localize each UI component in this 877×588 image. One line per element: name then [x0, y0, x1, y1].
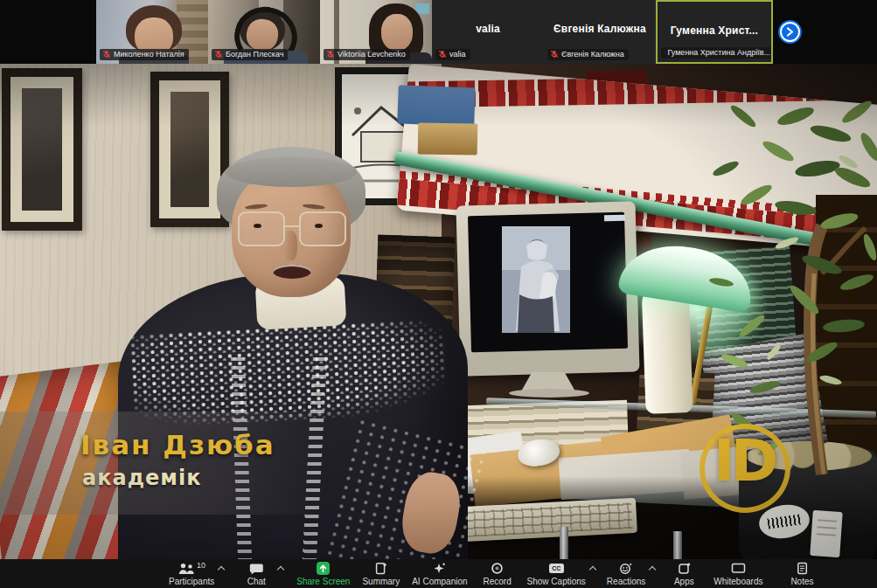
participant-name-chip: Миколенко Наталія	[100, 49, 189, 60]
ai-companion-button[interactable]: AI Companion	[412, 562, 467, 586]
reactions-menu-chevron[interactable]	[650, 565, 656, 571]
participant-name: Євгенія Калюжна	[561, 50, 624, 59]
toolbar-label: Summary	[362, 577, 400, 586]
hair-fringe	[226, 157, 357, 187]
toolbar-label: Show Captions	[527, 577, 586, 586]
show-captions-button[interactable]: CC Show Captions	[527, 562, 586, 586]
notes-button[interactable]: Notes	[784, 562, 819, 586]
participant-name: Viktoriia Levchenko	[338, 50, 406, 59]
muted-mic-icon	[102, 50, 111, 59]
participant-name-chip: Богдан Плескач	[212, 49, 288, 60]
glasses-left-lens	[238, 211, 285, 246]
participant-display-name: Євгенія Калюжна	[544, 23, 656, 35]
participant-name-chip: Viktoriia Levchenko	[324, 49, 410, 60]
summary-button[interactable]: Summary	[362, 562, 400, 586]
toolbar-label: Chat	[247, 577, 266, 586]
main-speaker-video[interactable]: Іван Дзюба академік ID	[0, 64, 877, 588]
speaker-head	[217, 147, 365, 302]
toolbar-label: Whiteboards	[713, 577, 762, 586]
participant-thumbnail-4[interactable]: valia valia	[432, 0, 544, 64]
share-screen-button[interactable]: Share Screen	[296, 562, 350, 586]
channel-watermark: ID	[700, 422, 797, 509]
reactions-button[interactable]: Reactions	[607, 562, 645, 586]
framed-picture-left	[2, 68, 82, 231]
nose-shadow	[283, 231, 297, 260]
screen-toolbar-strip	[604, 215, 625, 222]
muted-mic-icon	[550, 50, 559, 59]
closed-captions-icon: CC	[549, 564, 564, 573]
participants-button[interactable]: 10 Participants	[169, 562, 214, 586]
zoom-meeting-window: Іван Дзюба академік ID Миколенко Наталія	[0, 0, 877, 588]
speaker-name-caption: Іван Дзюба	[80, 429, 275, 460]
participant-name-chip: Гуменна Христина Андріїв...	[661, 47, 773, 59]
watermark-letters: ID	[713, 427, 774, 495]
apps-button[interactable]: Apps	[666, 562, 701, 586]
participant-thumbnail-5[interactable]: Євгенія Калюжна Євгенія Калюжна	[544, 0, 656, 64]
speaker-title-caption: академік	[82, 466, 201, 490]
participant-name-chip: valia	[435, 49, 470, 60]
chat-menu-chevron[interactable]	[278, 565, 284, 571]
button-ring	[780, 22, 800, 42]
record-icon	[491, 562, 504, 575]
participant-thumbnail-1[interactable]: Миколенко Наталія	[96, 0, 208, 64]
next-participants-page-button[interactable]	[778, 20, 802, 44]
toolbar-label: Reactions	[607, 577, 645, 586]
participant-thumbnail-2[interactable]: Богдан Плескач	[208, 0, 320, 64]
wooden-box-on-shelf	[418, 122, 478, 155]
participant-name: Гуменна Христина Андріїв...	[668, 48, 770, 57]
participant-count-badge: 10	[197, 561, 205, 570]
muted-mic-icon	[326, 50, 335, 59]
eye	[254, 224, 261, 228]
notes-icon	[797, 562, 808, 575]
muted-mic-icon	[664, 48, 665, 57]
glasses-bridge	[283, 225, 299, 227]
participant-thumbnail-3[interactable]: Viktoriia Levchenko	[320, 0, 432, 64]
monitor-base	[509, 389, 589, 398]
share-screen-icon	[317, 562, 330, 575]
participant-name: valia	[449, 50, 466, 59]
bw-photo-on-screen	[502, 226, 570, 333]
muted-mic-icon	[214, 50, 223, 59]
thumb3-face	[381, 14, 413, 51]
participant-name-chip: Євгенія Калюжна	[547, 49, 629, 60]
eye	[315, 224, 323, 228]
reactions-smiley-icon	[619, 562, 633, 575]
toolbar-label: Notes	[790, 577, 813, 586]
participants-menu-chevron[interactable]	[219, 565, 225, 571]
captions-menu-chevron[interactable]	[590, 565, 596, 571]
participant-display-name: Гуменна Христ...	[658, 24, 771, 37]
record-button[interactable]: Record	[480, 562, 515, 586]
meeting-toolbar: 10 Participants Chat Share Screen	[0, 559, 877, 588]
toolbar-label: Record	[483, 577, 511, 586]
apps-icon	[678, 562, 691, 575]
participant-thumbnail-6-active-speaker[interactable]: Гуменна Христ... Гуменна Христина Андрії…	[656, 0, 773, 64]
muted-mic-icon	[438, 50, 447, 59]
toolbar-label: Participants	[169, 577, 214, 586]
whiteboard-icon	[731, 563, 746, 574]
participant-name: Богдан Плескач	[226, 50, 283, 59]
open-mouth	[273, 264, 311, 279]
toolbar-label: Share Screen	[296, 577, 350, 586]
white-tag	[810, 510, 843, 557]
summary-icon	[374, 562, 387, 575]
chat-button[interactable]: Chat	[239, 562, 274, 586]
toolbar-label: AI Companion	[412, 577, 467, 586]
participant-filmstrip: Миколенко Наталія Богдан Плескач	[0, 0, 877, 64]
chat-bubble-icon	[249, 563, 263, 575]
ai-companion-sparkle-icon	[433, 562, 446, 575]
participant-display-name: valia	[432, 23, 544, 35]
glasses-right-lens	[299, 211, 346, 246]
caption-background-band	[0, 412, 325, 515]
whiteboards-button[interactable]: Whiteboards	[713, 562, 762, 586]
blue-box-on-shelf	[397, 85, 475, 126]
participant-name: Миколенко Наталія	[114, 50, 184, 59]
participants-icon	[177, 563, 195, 575]
toolbar-label: Apps	[674, 577, 694, 586]
